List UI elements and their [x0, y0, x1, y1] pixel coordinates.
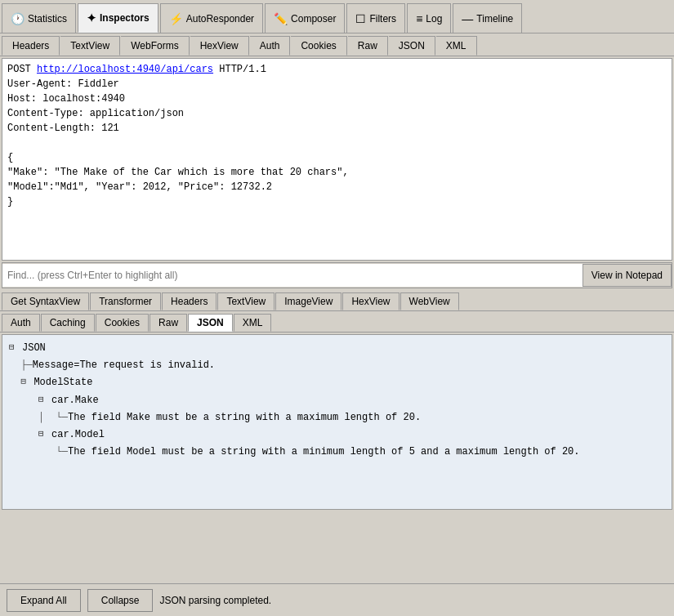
request-content-panel: POST http://localhost:4940/api/cars HTTP…	[2, 58, 672, 261]
request-line3: Host: localhost:4940	[7, 92, 667, 106]
tab-timeline[interactable]: — Timeline	[453, 3, 522, 33]
tree-carmake-msg-value: The field Make must be a string with a m…	[68, 410, 421, 426]
tree-root: ⊟ JSON	[9, 340, 665, 357]
tree-carmodel-msg-value: The field Model must be a string with a …	[68, 444, 580, 460]
request-line2: User-Agent: Fiddler	[7, 77, 667, 92]
resp-tab-caching[interactable]: Caching	[41, 314, 95, 332]
req-tab-cookies[interactable]: Cookies	[291, 36, 346, 56]
request-line1: POST http://localhost:4940/api/cars HTTP…	[7, 62, 667, 77]
tree-carmodel-connector	[9, 427, 38, 443]
tree-carmake-node: ⊟ car.Make	[9, 392, 665, 409]
bottom-bar: Expand All Collapse JSON parsing complet…	[0, 583, 674, 616]
request-blank	[7, 136, 667, 150]
tree-modelstate-key: ModelState	[33, 375, 92, 391]
request-line9: "Model":"Md1", "Year": 2012, "Price": 12…	[7, 180, 667, 194]
find-bar: View in Notepad	[2, 262, 672, 288]
status-text: JSON parsing completed.	[159, 595, 271, 606]
filters-icon: ☐	[355, 12, 366, 25]
tree-root-expand[interactable]: ⊟	[9, 341, 20, 355]
tree-carmodel-msg-connector: └─	[9, 444, 68, 460]
tree-message-connector: ├─	[9, 358, 33, 373]
tree-carmodel-node: ⊟ car.Model	[9, 426, 665, 444]
json-tree-panel: ⊟ JSON ├─ Message=The request is invalid…	[2, 334, 672, 510]
request-protocol: HTTP/1.1	[213, 64, 266, 75]
tab-autoresponder-label: AutoResponder	[186, 13, 254, 25]
tab-inspectors-label: Inspectors	[100, 12, 150, 24]
tree-modelstate-expand[interactable]: ⊟	[20, 375, 32, 390]
resp-tab-hexview[interactable]: HexView	[342, 292, 399, 310]
req-tab-webforms[interactable]: WebForms	[121, 36, 189, 56]
tree-carmodel-expand[interactable]: ⊟	[38, 427, 50, 442]
tree-carmake-msg: │ └─ The field Make must be a string wit…	[9, 409, 665, 426]
tab-inspectors[interactable]: ✦ Inspectors	[78, 3, 158, 33]
request-line4: Content-Type: application/json	[7, 106, 667, 121]
resp-tab-cookies[interactable]: Cookies	[96, 314, 149, 332]
top-tab-bar: 🕐 Statistics ✦ Inspectors ⚡ AutoResponde…	[0, 0, 674, 33]
request-line7: {	[7, 150, 667, 165]
req-tab-json[interactable]: JSON	[389, 36, 435, 56]
composer-icon: ✏️	[274, 12, 288, 25]
resp-tab-imageview[interactable]: ImageView	[275, 292, 341, 310]
resp-tab-xml[interactable]: XML	[234, 314, 272, 332]
expand-all-button[interactable]: Expand All	[7, 589, 81, 612]
tab-statistics[interactable]: 🕐 Statistics	[2, 3, 76, 33]
view-notepad-button[interactable]: View in Notepad	[582, 264, 672, 287]
inspectors-icon: ✦	[87, 11, 96, 25]
log-icon: ≡	[416, 12, 422, 25]
timeline-icon: —	[462, 12, 473, 25]
request-line8: "Make": "The Make of the Car which is mo…	[7, 165, 667, 180]
tree-modelstate-node: ⊟ ModelState	[9, 374, 665, 391]
collapse-button[interactable]: Collapse	[87, 589, 154, 612]
request-url[interactable]: http://localhost:4940/api/cars	[37, 64, 213, 75]
tree-carmodel-msg: └─ The field Model must be a string with…	[9, 444, 665, 461]
resp-tab-json[interactable]: JSON	[188, 314, 233, 332]
tab-filters-label: Filters	[369, 13, 396, 25]
tree-root-key: JSON	[22, 341, 46, 356]
tree-carmake-key: car.Make	[51, 393, 99, 408]
tree-carmodel-key: car.Model	[51, 427, 105, 443]
autoresponder-icon: ⚡	[169, 12, 183, 25]
tab-statistics-label: Statistics	[28, 13, 67, 25]
find-input[interactable]	[2, 264, 582, 287]
resp-tab-webview[interactable]: WebView	[400, 292, 459, 310]
req-tab-headers[interactable]: Headers	[2, 36, 60, 56]
req-tab-raw[interactable]: Raw	[348, 36, 388, 56]
request-sub-tabs: Headers TextView WebForms HexView Auth C…	[0, 33, 674, 56]
tab-log[interactable]: ≡ Log	[407, 3, 451, 33]
response-tabs-row2: Auth Caching Cookies Raw JSON XML	[0, 311, 674, 333]
req-tab-hexview[interactable]: HexView	[190, 36, 249, 56]
req-tab-textview[interactable]: TextView	[60, 36, 120, 56]
request-line10: }	[7, 194, 667, 209]
tree-modelstate-connector	[9, 375, 20, 391]
tab-timeline-label: Timeline	[476, 13, 513, 25]
request-line5: Content-Length: 121	[7, 121, 667, 136]
resp-tab-get-syntax-view[interactable]: Get SyntaxView	[2, 292, 89, 310]
resp-tab-auth[interactable]: Auth	[2, 314, 40, 332]
req-tab-xml[interactable]: XML	[436, 36, 477, 56]
tree-message-key: Message=The request is invalid.	[33, 358, 215, 373]
tab-log-label: Log	[426, 13, 442, 25]
tree-carmake-expand[interactable]: ⊟	[38, 393, 50, 408]
main-content: Headers TextView WebForms HexView Auth C…	[0, 33, 674, 616]
resp-tab-transformer[interactable]: Transformer	[90, 292, 161, 310]
resp-tab-textview[interactable]: TextView	[217, 292, 275, 310]
tree-message-node: ├─ Message=The request is invalid.	[9, 357, 665, 374]
req-tab-auth[interactable]: Auth	[250, 36, 291, 56]
statistics-icon: 🕐	[11, 12, 25, 25]
resp-tab-raw[interactable]: Raw	[150, 314, 187, 332]
tab-autoresponder[interactable]: ⚡ AutoResponder	[160, 3, 263, 33]
request-method: POST	[7, 64, 37, 75]
resp-tab-headers[interactable]: Headers	[162, 292, 216, 310]
tab-filters[interactable]: ☐ Filters	[346, 3, 405, 33]
response-tabs-row1: Get SyntaxView Transformer Headers TextV…	[0, 290, 674, 311]
tab-composer[interactable]: ✏️ Composer	[265, 3, 345, 33]
tab-composer-label: Composer	[291, 13, 336, 25]
tree-carmake-connector	[9, 393, 38, 408]
tree-carmake-msg-connector: │ └─	[9, 410, 68, 426]
